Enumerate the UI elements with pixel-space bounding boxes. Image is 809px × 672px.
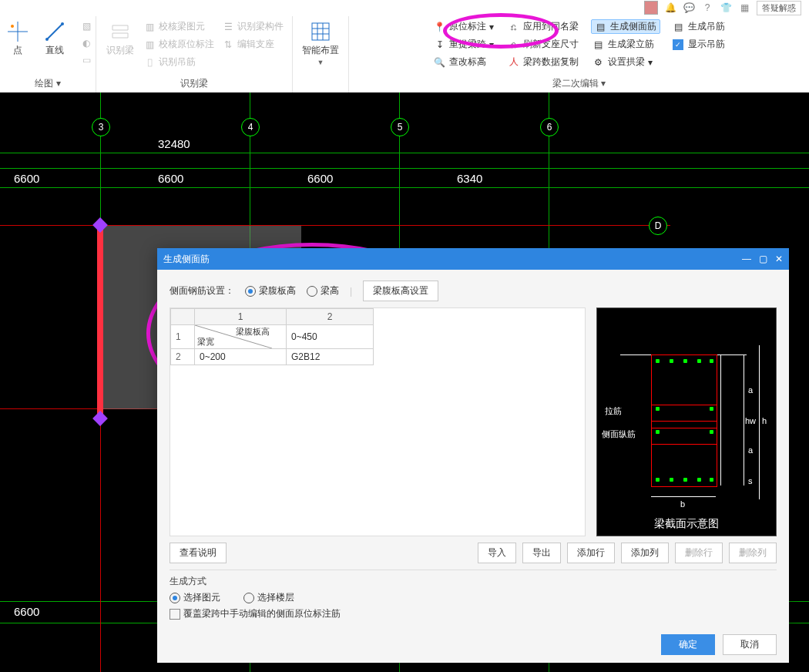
- svg-point-5: [61, 22, 64, 25]
- btn-view-desc[interactable]: 查看说明: [170, 543, 227, 563]
- dim-bottom: 6600: [14, 605, 39, 618]
- smart-layout-icon: [310, 21, 331, 42]
- tool-apply-same-name[interactable]: ⎌应用到同名梁: [506, 19, 580, 34]
- chk-override[interactable]: 覆盖梁跨中手动编辑的侧面原位标注筋: [170, 607, 777, 620]
- col-head-2[interactable]: 2: [287, 309, 374, 325]
- skin-icon[interactable]: 👕: [720, 2, 732, 14]
- faq-button[interactable]: 答疑解惑: [757, 1, 801, 15]
- radio-by-elem[interactable]: 选择图元: [170, 591, 220, 604]
- dim-span-1: 6600: [158, 172, 183, 185]
- help-icon[interactable]: ?: [701, 2, 713, 14]
- copy-icon: 人: [508, 56, 520, 69]
- btn-cancel[interactable]: 取消: [723, 634, 777, 655]
- point-icon: [7, 21, 29, 42]
- tool-relift-span[interactable]: ↧重提梁跨 ▾: [432, 37, 495, 52]
- elev-icon: 🔍: [434, 56, 446, 69]
- btn-export[interactable]: 导出: [522, 543, 561, 563]
- group-label-smart: [319, 78, 321, 92]
- tool-line[interactable]: 直线: [39, 19, 71, 59]
- group-label-draw: 绘图 ▾: [35, 76, 60, 92]
- setting-row: 侧面钢筋设置： 梁腹板高 梁高 | 梁腹板高设置: [170, 281, 777, 301]
- dim-span-2: 6600: [307, 172, 333, 185]
- ribbon-group-edit: 📍原位标注 ▾ ↧重提梁跨 ▾ 🔍查改标高 ⎌应用到同名梁 ⎌刷新支座尺寸 人梁…: [349, 16, 809, 93]
- check-icon: ▥: [143, 39, 156, 51]
- tool-copy-span-data[interactable]: 人梁跨数据复制: [506, 55, 580, 69]
- radio-by-floor[interactable]: 选择楼层: [243, 591, 294, 604]
- tool-misc-2[interactable]: ◐: [79, 36, 94, 50]
- app-top-strip: 🔔 💬 ? 👕 ▦ 答疑解惑: [0, 0, 809, 16]
- ribbon-group-smart: 智能布置 ▼: [293, 16, 349, 93]
- cell-r2c1[interactable]: 0~200: [195, 349, 287, 365]
- radio-icon: [170, 593, 180, 603]
- tool-show-stirrup[interactable]: ✓显示吊筋: [671, 37, 727, 52]
- avatar-icon[interactable]: [644, 1, 658, 15]
- btn-ok[interactable]: 确定: [661, 634, 715, 655]
- svg-line-3: [47, 24, 62, 39]
- section-preview: 拉筋 侧面纵筋 a hw a h s b 梁截面示意图: [596, 307, 777, 536]
- dim-s: s: [748, 476, 753, 486]
- apply-icon: ⎌: [508, 21, 520, 33]
- tool-origin-mark[interactable]: 📍原位标注 ▾: [432, 19, 495, 34]
- col-head-1[interactable]: 1: [195, 309, 287, 325]
- radio-web-height[interactable]: 梁腹板高: [245, 284, 296, 297]
- chat-icon[interactable]: 💬: [683, 2, 695, 14]
- tool-smart-layout[interactable]: 智能布置 ▼: [299, 19, 342, 68]
- grip-bottom[interactable]: [92, 411, 108, 426]
- relift-icon: ↧: [434, 39, 446, 51]
- radio-icon: [243, 593, 254, 603]
- axis-bubble-5: 5: [391, 118, 409, 136]
- btn-import[interactable]: 导入: [478, 543, 516, 563]
- dialog-titlebar[interactable]: 生成侧面筋 — ▢ ✕: [157, 248, 789, 270]
- group-label-edit: 梁二次编辑 ▾: [552, 76, 606, 92]
- cell-r2c2[interactable]: G2B12: [287, 349, 374, 365]
- gen-stirrup-icon: ▤: [673, 21, 685, 33]
- radio-icon: [307, 286, 317, 297]
- stirrup-icon: ⌷: [143, 56, 156, 69]
- gen-vert-icon: ▤: [592, 39, 605, 51]
- misc-icon: ▭: [80, 54, 92, 66]
- reinf-table[interactable]: 1 2 1 梁腹板高 梁宽 0~450: [170, 307, 586, 536]
- btn-web-height-setting[interactable]: 梁腹板高设置: [363, 281, 438, 301]
- row-head-1[interactable]: 1: [171, 325, 195, 349]
- tool-gen-vert-reinf[interactable]: ▤生成梁立筋: [591, 37, 660, 52]
- tool-recognize-stirrup: ⌷识别吊筋: [142, 55, 216, 69]
- cell-r1c2[interactable]: 0~450: [287, 325, 374, 349]
- tool-set-arch-beam[interactable]: ⚙设置拱梁 ▾: [591, 55, 660, 69]
- btn-add-row[interactable]: 添加行: [567, 543, 615, 563]
- origin-mark-icon: 📍: [434, 21, 446, 33]
- dialog-min-icon[interactable]: —: [742, 254, 751, 264]
- panel-icon[interactable]: ▦: [738, 2, 750, 14]
- row-head-2[interactable]: 2: [171, 349, 195, 365]
- selected-beam[interactable]: [97, 225, 103, 416]
- member-icon: ☰: [222, 21, 234, 33]
- btn-del-row[interactable]: 删除行: [675, 543, 723, 563]
- dialog-close-icon[interactable]: ✕: [775, 254, 783, 264]
- axis-bubble-4: 4: [241, 118, 260, 136]
- svg-point-4: [45, 38, 49, 41]
- tool-gen-side-reinf[interactable]: ▤生成侧面筋: [591, 19, 660, 34]
- misc-icon: ◐: [80, 37, 92, 49]
- tool-change-elev[interactable]: 🔍查改标高: [432, 55, 495, 69]
- corner-cell: [171, 309, 195, 325]
- tool-misc-3[interactable]: ▭: [79, 53, 94, 67]
- axis-bubble-6: 6: [540, 118, 559, 136]
- dim-span-3: 6340: [457, 172, 482, 185]
- tool-misc-1[interactable]: ▧: [79, 19, 94, 33]
- dim-a1: a: [748, 385, 753, 395]
- tool-recognize-beam-member: ☰识别梁构件: [220, 19, 285, 34]
- btn-add-col[interactable]: 添加列: [621, 543, 669, 563]
- tool-gen-stirrup[interactable]: ▤生成吊筋: [671, 19, 727, 34]
- axis-bubble-d: D: [649, 217, 667, 235]
- tool-point[interactable]: 点: [2, 19, 34, 59]
- recognize-beam-label: 识别梁: [106, 44, 134, 57]
- preview-caption: 梁截面示意图: [597, 517, 776, 531]
- tool-recognize-beam: 识别梁: [103, 19, 137, 59]
- btn-del-col[interactable]: 删除列: [729, 543, 777, 563]
- generate-section: 生成方式 选择图元 选择楼层 覆盖梁跨中手动编辑的侧面原位标注筋: [170, 570, 777, 620]
- tool-check-origin-mark: ▥校核原位标注: [142, 37, 216, 52]
- bell-icon[interactable]: 🔔: [664, 2, 676, 14]
- arch-icon: ⚙: [592, 56, 605, 69]
- dialog-max-icon[interactable]: ▢: [759, 254, 767, 264]
- tool-refresh-support[interactable]: ⎌刷新支座尺寸: [506, 37, 580, 52]
- radio-beam-height[interactable]: 梁高: [307, 284, 339, 297]
